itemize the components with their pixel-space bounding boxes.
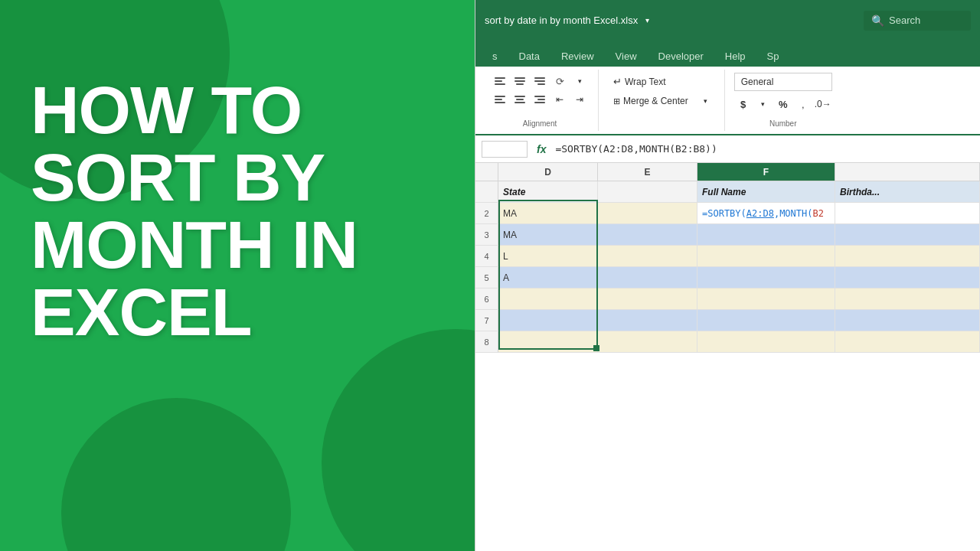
header-cell-e[interactable] bbox=[598, 181, 697, 202]
cell-e4[interactable] bbox=[598, 246, 697, 266]
orientation-dropdown-btn[interactable]: ▾ bbox=[570, 73, 589, 90]
tab-sp[interactable]: Sp bbox=[756, 46, 790, 67]
tab-help[interactable]: Help bbox=[714, 46, 756, 67]
cell-g5[interactable] bbox=[835, 267, 980, 288]
cell-e2[interactable] bbox=[598, 203, 697, 223]
cell-e7[interactable] bbox=[598, 310, 697, 331]
row-num-5: 6 bbox=[475, 289, 498, 309]
cell-d4[interactable]: L bbox=[498, 246, 598, 266]
number-format-label: General bbox=[741, 77, 774, 87]
cell-g2[interactable] bbox=[835, 203, 980, 223]
number-format-box[interactable]: General bbox=[734, 73, 832, 91]
excel-panel: sort by date in by month Excel.xlsx ▾ 🔍 … bbox=[475, 0, 980, 551]
spreadsheet-area: State Full Name Birthda... 2 MA =SORTBY(… bbox=[475, 181, 980, 353]
indent-increase-btn[interactable]: ⇥ bbox=[570, 91, 589, 108]
cell-g8[interactable] bbox=[835, 331, 980, 352]
search-icon: 🔍 bbox=[871, 15, 884, 27]
formula-bar: fx =SORTBY(A2:D8,MONTH(B2:B8)) bbox=[475, 135, 980, 163]
title-line4: EXCEL bbox=[31, 279, 459, 346]
col-header-e[interactable]: E bbox=[598, 163, 697, 181]
cell-f4[interactable] bbox=[697, 246, 835, 266]
row-num-3: 4 bbox=[475, 246, 498, 266]
comma-btn[interactable]: , bbox=[794, 96, 812, 112]
align-left-btn[interactable] bbox=[491, 91, 509, 108]
excel-title-bar: sort by date in by month Excel.xlsx ▾ 🔍 … bbox=[475, 0, 980, 41]
align-top-left-btn[interactable] bbox=[491, 73, 509, 90]
ribbon-group-wrap-merge: ↵ Wrap Text ⊞ Merge & Center ▾ bbox=[599, 70, 725, 131]
row-num-7: 8 bbox=[475, 331, 498, 352]
tab-review[interactable]: Review bbox=[550, 46, 605, 67]
cell-f8[interactable] bbox=[697, 331, 835, 352]
data-row-7: 8 bbox=[475, 331, 980, 353]
merge-center-label: Merge & Center bbox=[623, 96, 688, 106]
cell-f3[interactable] bbox=[697, 224, 835, 245]
cell-d3[interactable]: MA bbox=[498, 224, 598, 245]
cell-f5[interactable] bbox=[697, 267, 835, 288]
cell-e8[interactable] bbox=[598, 331, 697, 352]
grid-header-row: State Full Name Birthda... bbox=[475, 181, 980, 203]
title-line3: MONTH IN bbox=[31, 211, 459, 279]
align-right-btn[interactable] bbox=[531, 91, 549, 108]
row-num-6: 7 bbox=[475, 310, 498, 331]
merge-dropdown-btn[interactable]: ▾ bbox=[697, 93, 715, 109]
data-row-2: 3 MA bbox=[475, 224, 980, 246]
tab-s[interactable]: s bbox=[482, 46, 508, 67]
wrap-text-label: Wrap Text bbox=[625, 77, 666, 87]
orientation-btn[interactable]: ⟳ bbox=[550, 73, 569, 90]
cell-e6[interactable] bbox=[598, 289, 697, 309]
percent-btn[interactable]: % bbox=[774, 96, 792, 112]
header-cell-g[interactable]: Birthda... bbox=[835, 181, 980, 202]
cell-f7[interactable] bbox=[697, 310, 835, 331]
tab-developer[interactable]: Developer bbox=[648, 46, 714, 67]
align-top-right-btn[interactable] bbox=[531, 73, 549, 90]
title-text: HOW TO SORT BY MONTH IN EXCEL bbox=[31, 77, 459, 346]
number-format-area: General $ ▾ % , .0→ bbox=[734, 73, 832, 112]
formula-fx-icon: fx bbox=[537, 143, 546, 155]
row-num-4: 5 bbox=[475, 267, 498, 288]
header-cell-d[interactable]: State bbox=[498, 181, 598, 202]
wrap-text-btn[interactable]: ↵ Wrap Text bbox=[608, 73, 715, 90]
align-center-btn[interactable] bbox=[511, 91, 529, 108]
tab-data[interactable]: Data bbox=[508, 46, 550, 67]
cell-ref-box[interactable] bbox=[482, 141, 528, 158]
data-row-3: 4 L bbox=[475, 246, 980, 267]
cell-e3[interactable] bbox=[598, 224, 697, 245]
cell-d6[interactable] bbox=[498, 289, 598, 309]
cell-g7[interactable] bbox=[835, 310, 980, 331]
cell-d5[interactable]: A bbox=[498, 267, 598, 288]
data-row-5: 6 bbox=[475, 289, 980, 310]
formula-display: =SORTBY(A2:D8,MONTH(B2 bbox=[702, 208, 824, 219]
col-header-f[interactable]: F bbox=[697, 163, 835, 181]
cell-d7[interactable] bbox=[498, 310, 598, 331]
tab-view[interactable]: View bbox=[605, 46, 648, 67]
header-cell-f[interactable]: Full Name bbox=[697, 181, 835, 202]
cell-g6[interactable] bbox=[835, 289, 980, 309]
increase-decimal-btn[interactable]: .0→ bbox=[814, 96, 832, 112]
formula-bar-text[interactable]: =SORTBY(A2:D8,MONTH(B2:B8)) bbox=[555, 143, 717, 155]
excel-filename: sort by date in by month Excel.xlsx bbox=[485, 15, 638, 26]
currency-btn[interactable]: $ bbox=[734, 96, 753, 112]
row-num-1: 2 bbox=[475, 203, 498, 223]
cell-g4[interactable] bbox=[835, 246, 980, 266]
cell-f2[interactable]: =SORTBY(A2:D8,MONTH(B2 bbox=[697, 203, 835, 223]
wrap-text-icon: ↵ bbox=[613, 76, 622, 87]
cell-g3[interactable] bbox=[835, 224, 980, 245]
col-header-d[interactable]: D bbox=[498, 163, 598, 181]
indent-decrease-btn[interactable]: ⇤ bbox=[550, 91, 569, 108]
ribbon-group-alignment: ⟳ ▾ bbox=[482, 70, 599, 131]
cell-f6[interactable] bbox=[697, 289, 835, 309]
ribbon-group-number: General $ ▾ % , .0→ Number bbox=[725, 70, 841, 131]
currency-dropdown-btn[interactable]: ▾ bbox=[754, 96, 773, 112]
merge-center-btn[interactable]: ⊞ Merge & Center bbox=[608, 93, 694, 109]
search-label: Search bbox=[889, 15, 920, 26]
number-group-label: Number bbox=[769, 116, 797, 128]
col-header-g[interactable] bbox=[835, 163, 980, 181]
data-row-1: 2 MA =SORTBY(A2:D8,MONTH(B2 bbox=[475, 203, 980, 224]
search-box[interactable]: 🔍 Search bbox=[864, 11, 971, 31]
align-top-center-btn[interactable] bbox=[511, 73, 529, 90]
cell-d8[interactable] bbox=[498, 331, 598, 352]
column-headers: D E F bbox=[475, 163, 980, 181]
filename-dropdown-arrow[interactable]: ▾ bbox=[645, 16, 649, 24]
cell-d2[interactable]: MA bbox=[498, 203, 598, 223]
cell-e5[interactable] bbox=[598, 267, 697, 288]
